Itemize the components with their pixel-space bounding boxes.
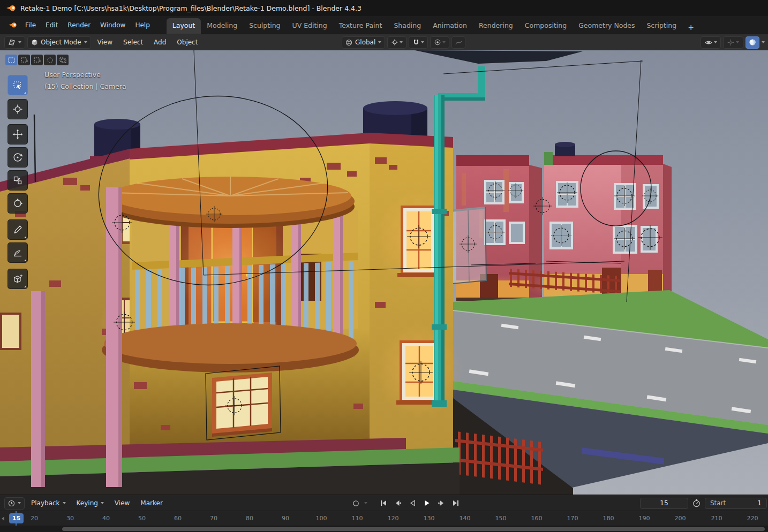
tab-uv-editing[interactable]: UV Editing	[287, 18, 333, 34]
menu-file[interactable]: File	[20, 19, 41, 31]
tab-shading[interactable]: Shading	[388, 18, 427, 34]
timeline-editor-type-button[interactable]	[4, 497, 25, 510]
tab-geometry-nodes[interactable]: Geometry Nodes	[573, 18, 641, 34]
move-icon	[12, 129, 23, 140]
tool-rotate[interactable]	[7, 147, 28, 168]
select-mode-extend-button[interactable]	[18, 55, 30, 65]
scene-render[interactable]	[0, 50, 768, 495]
tab-animation[interactable]: Animation	[427, 18, 473, 34]
next-keyframe-icon	[437, 499, 446, 507]
eye-icon	[705, 40, 712, 45]
tab-modeling[interactable]: Modeling	[201, 18, 243, 34]
ruler-tick: 70	[203, 515, 224, 522]
menu-help[interactable]: Help	[130, 19, 154, 31]
timeline-menu-view[interactable]: View	[110, 497, 134, 509]
add-workspace-button[interactable]: +	[682, 21, 699, 34]
ruler-tick: 90	[275, 515, 296, 522]
select-box-icon	[12, 80, 23, 90]
auto-keying-toggle[interactable]	[349, 497, 362, 509]
timeline-menu-keying[interactable]: Keying	[72, 497, 108, 509]
select-mode-invert-button[interactable]	[44, 55, 56, 65]
auto-key-chevron[interactable]	[364, 502, 367, 504]
play-reverse-button[interactable]	[406, 497, 419, 509]
snap-magnet-button[interactable]	[409, 36, 428, 49]
select-intersect-icon	[59, 57, 66, 63]
tool-measure[interactable]	[7, 242, 28, 263]
timeline-menu-marker[interactable]: Marker	[136, 497, 167, 509]
viewport-menu-object[interactable]: Object	[172, 36, 202, 48]
tool-move[interactable]	[7, 124, 28, 145]
lit-window-lower[interactable]	[377, 323, 462, 417]
snap-target-button[interactable]	[387, 36, 406, 49]
select-mode-set-button[interactable]	[5, 55, 17, 65]
ruler-tick: 20	[24, 515, 45, 522]
tab-sculpting[interactable]: Sculpting	[243, 18, 286, 34]
tab-compositing[interactable]: Compositing	[519, 18, 573, 34]
jump-to-start-button[interactable]	[377, 497, 390, 509]
current-frame-field[interactable]: 15	[640, 498, 688, 509]
ruler-tick: 110	[347, 515, 368, 522]
chevron-down-icon	[18, 41, 21, 43]
tool-transform[interactable]	[7, 193, 28, 214]
chevron-down-icon	[714, 41, 717, 43]
transform-orientation-dropdown[interactable]: Global	[342, 36, 385, 49]
tab-layout[interactable]: Layout	[167, 18, 201, 34]
show-object-types-button[interactable]	[701, 36, 721, 49]
titlebar: Retake-1 Demo [C:\Users\hsa1k\Desktop\Pr…	[0, 0, 768, 16]
timeline-ruler[interactable]: 20 30 40 50 60 70 80 90 100 110 120 130 …	[0, 511, 768, 526]
object-mode-cube-icon	[31, 39, 38, 46]
keying-label: Keying	[77, 499, 98, 507]
proportional-falloff-button[interactable]	[451, 36, 465, 49]
tool-annotate[interactable]	[7, 219, 28, 240]
transform-icon	[12, 198, 23, 209]
tab-rendering[interactable]: Rendering	[473, 18, 519, 34]
select-mode-subtract-button[interactable]	[31, 55, 43, 65]
measure-icon	[12, 247, 23, 258]
start-frame-field[interactable]: Start 1	[705, 498, 767, 509]
proportional-editing-button[interactable]	[430, 36, 449, 49]
editor-type-button[interactable]	[4, 36, 25, 49]
tool-add-cube[interactable]	[7, 269, 28, 289]
viewport-shading-material-button[interactable]	[746, 36, 759, 49]
play-button[interactable]	[420, 497, 433, 509]
ruler-tick: 190	[634, 515, 655, 522]
balcony-awning[interactable]	[106, 177, 355, 228]
viewport-menu-add[interactable]: Add	[149, 36, 170, 48]
jump-to-end-button[interactable]	[449, 497, 462, 509]
menu-edit[interactable]: Edit	[41, 19, 63, 31]
global-orientation-icon	[345, 39, 352, 46]
next-keyframe-button[interactable]	[435, 497, 448, 509]
viewport-menu-select[interactable]: Select	[119, 36, 147, 48]
balcony-floor[interactable]	[102, 323, 359, 373]
chevron-down-icon	[442, 41, 446, 43]
previous-keyframe-button[interactable]	[391, 497, 404, 509]
chevron-down-icon	[84, 41, 87, 43]
scrollbar-handle[interactable]	[62, 527, 765, 531]
tab-scripting[interactable]: Scripting	[641, 18, 683, 34]
chevron-down-icon	[18, 502, 21, 504]
playhead-frame-badge[interactable]: 15	[9, 513, 24, 523]
shading-dropdown-chevron[interactable]	[762, 41, 765, 43]
tool-select-box[interactable]	[7, 75, 28, 95]
menu-render[interactable]: Render	[63, 19, 95, 31]
mode-label: Object Mode	[41, 39, 81, 46]
tab-texture-paint[interactable]: Texture Paint	[333, 18, 388, 34]
proportional-editing-icon	[434, 39, 441, 45]
select-mode-intersect-button[interactable]	[57, 55, 69, 65]
app-menu-button[interactable]	[5, 21, 20, 29]
tool-cursor[interactable]	[7, 99, 28, 119]
tool-scale[interactable]	[7, 170, 28, 191]
viewport-menu-view[interactable]: View	[93, 36, 117, 48]
gizmos-toggle-button[interactable]	[723, 36, 743, 49]
chevron-down-icon	[101, 502, 104, 504]
menu-window[interactable]: Window	[95, 19, 130, 31]
ruler-tick: 60	[167, 515, 189, 522]
snap-target-icon	[391, 39, 398, 45]
window-title: Retake-1 Demo [C:\Users\hsa1k\Desktop\Pr…	[20, 4, 362, 12]
timeline-menu-playback[interactable]: Playback	[27, 497, 70, 509]
start-label: Start	[710, 499, 726, 507]
region-collapse-arrow[interactable]	[2, 516, 4, 521]
mode-dropdown[interactable]: Object Mode	[27, 36, 91, 49]
timeline-scrollbar[interactable]	[0, 526, 768, 532]
viewport-3d[interactable]: User Perspective (15) Collection | Camer…	[0, 50, 768, 495]
